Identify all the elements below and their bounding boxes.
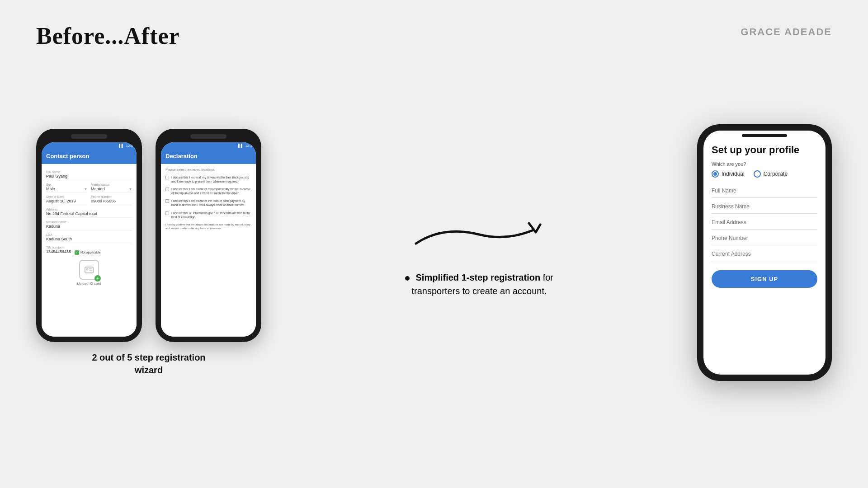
business-name-input[interactable]	[712, 200, 817, 214]
full-name-label: Full name	[46, 170, 132, 174]
phone3-inner: Set up your profile Which are you? Indiv…	[703, 131, 826, 375]
declaration-sub-label: Please select preferred locations	[165, 168, 251, 172]
lga-value: Kaduna South	[46, 237, 132, 243]
checkbox-item-4: I declare that all information given on …	[165, 211, 251, 219]
phone1-mockup: ▌▌ 12:3 Contact person Full name Paul Gy…	[36, 129, 142, 342]
checkbox-item-1: I declare that I know all my drivers wel…	[165, 175, 251, 183]
phone-input[interactable]	[712, 231, 817, 245]
resident-value: Kaduna	[46, 224, 132, 230]
dob-value: August 10, 2019	[46, 199, 87, 205]
bullet-dot	[405, 276, 410, 281]
phone2-wrapper: ▌▌ 12:3 Declaration Please select prefer…	[156, 129, 261, 342]
phone1-header: Contact person	[42, 149, 137, 164]
sex-label: Sex	[46, 183, 87, 186]
sex-arrow-icon: ▼	[84, 188, 87, 191]
bullet-bold: Simplified 1-step registration	[416, 272, 541, 282]
radio-individual-label: Individual	[722, 171, 745, 177]
sex-dropdown[interactable]: Male ▼	[46, 187, 87, 192]
which-label: Which are you?	[712, 161, 817, 167]
phone-value: 09089765656	[91, 199, 132, 205]
signal-icon: ▌▌	[119, 144, 124, 148]
header: Before...After Grace Adeade	[0, 0, 868, 58]
sex-value: Male	[46, 187, 55, 191]
middle-section: Simplified 1-step registration for trans…	[261, 207, 697, 298]
radio-group: Individual Corporate	[712, 170, 817, 178]
phone1-status-bar: ▌▌ 12:3	[42, 142, 137, 149]
checkbox-1[interactable]	[165, 176, 169, 179]
bullet-text: Simplified 1-step registration for trans…	[402, 271, 556, 298]
checkbox-text-4: I declare that all information given on …	[171, 211, 251, 219]
address-value: No 234 Federal Capital road	[46, 211, 132, 218]
phone-label: Phone number	[91, 195, 132, 198]
radio-individual-circle	[712, 170, 719, 178]
dob-label: Date of Birth	[46, 195, 87, 198]
upload-text: Upload ID card	[77, 282, 101, 286]
declaration-note: I hereby confirm that the above declarat…	[165, 223, 251, 230]
caption-line2: wizard	[92, 364, 205, 376]
phone3-body: Set up your profile Which are you? Indiv…	[703, 139, 826, 372]
checkbox-text-1: I declare that I know all my drivers wel…	[171, 175, 251, 183]
phone2-body: Please select preferred locations I decl…	[161, 164, 256, 337]
marital-label: Marital status	[91, 183, 132, 186]
upload-area[interactable]: + Upload ID card	[46, 255, 132, 290]
time-2: 12:3	[245, 144, 252, 148]
phone2-header: Declaration	[161, 149, 256, 164]
checkbox-3[interactable]	[165, 199, 169, 203]
left-phones-section: ▌▌ 12:3 Contact person Full name Paul Gy…	[36, 129, 261, 376]
radio-individual[interactable]: Individual	[712, 170, 745, 178]
address-input[interactable]	[712, 247, 817, 261]
phone3-notch	[742, 134, 787, 137]
right-section: Set up your profile Which are you? Indiv…	[697, 124, 832, 381]
phone3-status	[703, 131, 826, 139]
radio-corporate[interactable]: Corporate	[754, 170, 788, 178]
dob-col: Date of Birth August 10, 2019	[46, 192, 87, 205]
two-phones: ▌▌ 12:3 Contact person Full name Paul Gy…	[36, 129, 261, 342]
caption-line1: 2 out of 5 step registration	[92, 351, 205, 364]
signal-icon-2: ▌▌	[238, 144, 243, 148]
arrow-container	[407, 207, 552, 262]
phone1-screen: ▌▌ 12:3 Contact person Full name Paul Gy…	[42, 142, 137, 337]
sex-col: Sex Male ▼	[46, 180, 87, 192]
upload-icon: +	[79, 260, 99, 280]
checkbox-item-2: I declare that I am aware of my responsi…	[165, 187, 251, 195]
radio-corporate-circle	[754, 170, 761, 178]
check-icon: ✓	[75, 250, 79, 255]
marital-value: Married	[91, 187, 105, 191]
profile-title: Set up your profile	[712, 144, 817, 156]
id-card-icon	[84, 264, 94, 275]
phone-col: Phone number 09089765656	[91, 192, 132, 205]
marital-col: Marital status Married ▼	[91, 180, 132, 192]
phone2-mockup: ▌▌ 12:3 Declaration Please select prefer…	[156, 129, 261, 342]
sex-marital-row: Sex Male ▼ Marital status Marri	[46, 180, 132, 192]
phone1-wrapper: ▌▌ 12:3 Contact person Full name Paul Gy…	[36, 129, 142, 342]
tin-value: 13454456435	[46, 249, 71, 255]
address-label: Address	[46, 208, 132, 211]
lga-label: LGA	[46, 233, 132, 236]
author-name: Grace Adeade	[741, 26, 832, 38]
checkbox-4[interactable]	[165, 211, 169, 215]
full-name-value: Paul Gyang	[46, 174, 132, 180]
left-caption: 2 out of 5 step registration wizard	[92, 351, 205, 376]
full-name-input[interactable]	[712, 184, 817, 198]
arrow-svg	[407, 207, 552, 262]
marital-arrow-icon: ▼	[129, 188, 132, 191]
checkbox-2[interactable]	[165, 188, 169, 191]
tin-label: TIN number	[46, 246, 132, 249]
phone3-mockup: Set up your profile Which are you? Indiv…	[697, 124, 832, 381]
checkbox-text-3: I declare that I am aware of the risks o…	[171, 199, 251, 207]
marital-dropdown[interactable]: Married ▼	[91, 187, 132, 192]
svg-point-1	[86, 268, 88, 270]
dob-phone-row: Date of Birth August 10, 2019 Phone numb…	[46, 192, 132, 205]
not-applicable-label: Not applicable	[80, 251, 100, 254]
phone1-body: Full name Paul Gyang Sex Male ▼	[42, 164, 137, 337]
checkbox-item-3: I declare that I am aware of the risks o…	[165, 199, 251, 207]
time: 12:3	[126, 144, 133, 148]
email-input[interactable]	[712, 216, 817, 230]
signup-button[interactable]: SIGN UP	[712, 270, 817, 288]
page-title: Before...After	[36, 23, 180, 49]
radio-corporate-label: Corporate	[764, 171, 788, 177]
tin-row: 13454456435 ✓ Not applicable	[46, 249, 132, 255]
upload-plus-icon: +	[94, 275, 101, 282]
phone2-status-bar: ▌▌ 12:3	[161, 142, 256, 149]
phone2-screen: ▌▌ 12:3 Declaration Please select prefer…	[161, 142, 256, 337]
